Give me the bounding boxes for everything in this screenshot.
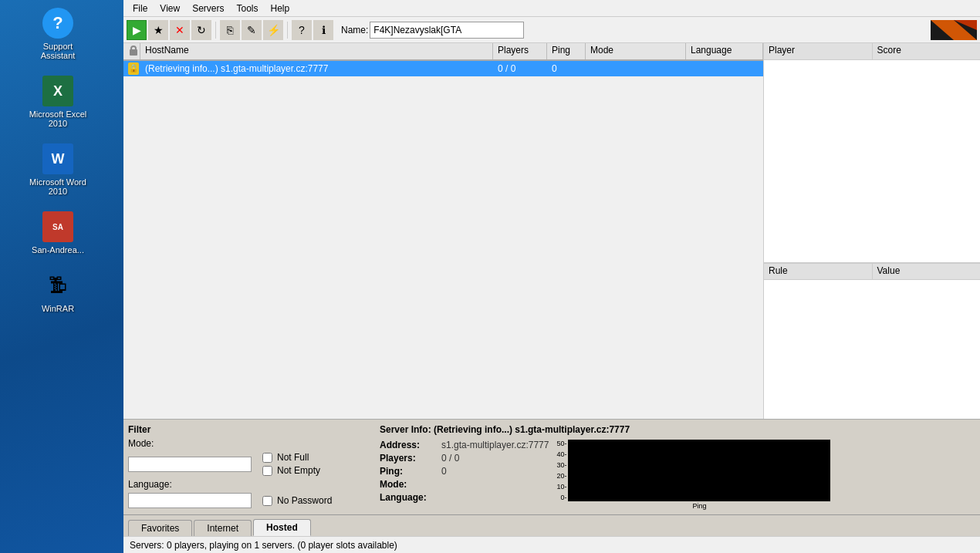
not-full-text: Not Full <box>277 452 309 463</box>
brand-icon <box>931 20 977 40</box>
tab-bar: Favorites Internet Hosted <box>123 514 980 536</box>
no-password-text: No Password <box>277 495 332 506</box>
launch-button[interactable]: ⚡ <box>263 20 283 40</box>
desktop-icon-excel[interactable]: X Microsoft Excel 2010 <box>27 76 89 128</box>
not-empty-checkbox[interactable] <box>262 466 272 476</box>
desktop-icons-area: ? Support Assistant X Microsoft Excel 20… <box>0 0 116 553</box>
support-assistant-icon: ? <box>42 8 73 39</box>
right-panel: Player Score Rule Value <box>764 43 980 419</box>
tab-favorites[interactable]: Favorites <box>128 520 192 536</box>
copy-button[interactable]: ⎘ <box>220 20 240 40</box>
col-header-hostname[interactable]: HostName <box>140 43 493 59</box>
table-row[interactable]: 🔒 (Retrieving info...) s1.gta-multiplaye… <box>123 61 763 77</box>
language-key: Language: <box>380 492 441 503</box>
desktop: ? Support Assistant X Microsoft Excel 20… <box>0 0 980 553</box>
name-input[interactable] <box>370 22 524 39</box>
filter-mode-input[interactable] <box>128 457 252 472</box>
filter-language-row: Language: <box>128 479 367 490</box>
address-row: Address: s1.gta-multiplayer.cz:7777 <box>380 440 549 450</box>
server-list-header: HostName Players Ping Mode Language <box>123 43 763 61</box>
col-header-language[interactable]: Language <box>686 43 763 59</box>
main-window: File View Servers Tools Help ▶ ★ ✕ ↻ ⎘ ✎… <box>123 0 980 553</box>
ping-label-50: 50- <box>556 440 566 447</box>
server-info-details: Address: s1.gta-multiplayer.cz:7777 Play… <box>380 440 975 510</box>
not-full-checkbox[interactable] <box>262 453 272 463</box>
menu-help[interactable]: Help <box>265 2 296 15</box>
ping-label-0: 0- <box>556 494 566 501</box>
ping-label-40: 40- <box>556 450 566 458</box>
winrar-label: WinRAR <box>42 304 74 313</box>
col-header-lock[interactable] <box>123 43 140 59</box>
content-area: HostName Players Ping Mode Language 🔒 (R… <box>123 43 980 419</box>
col-header-ping[interactable]: Ping <box>547 43 586 59</box>
filter-title: Filter <box>128 424 367 435</box>
desktop-icon-winrar[interactable]: 🗜 WinRAR <box>27 270 89 313</box>
menu-view[interactable]: View <box>154 2 186 15</box>
filter-info-row: Filter Mode: Not Full <box>123 420 980 514</box>
ping-label-30: 30- <box>556 461 566 469</box>
not-empty-label[interactable]: Not Empty <box>262 465 320 476</box>
name-label: Name: <box>341 25 368 35</box>
filter-panel: Filter Mode: Not Full <box>128 424 367 510</box>
no-password-checkbox[interactable] <box>262 496 272 506</box>
lock-header-icon <box>128 45 139 56</box>
language-row: Language: <box>380 492 549 503</box>
mode-row: Mode: <box>380 479 549 490</box>
desktop-icon-word[interactable]: W Microsoft Word 2010 <box>27 143 89 196</box>
toolbar: ▶ ★ ✕ ↻ ⎘ ✎ ⚡ ? ℹ Name: <box>123 17 980 43</box>
ping-label-10: 10- <box>556 483 566 491</box>
col-header-mode[interactable]: Mode <box>586 43 686 59</box>
score-col-header[interactable]: Score <box>873 43 981 59</box>
help-button[interactable]: ? <box>292 20 312 40</box>
san-andreas-icon: SA <box>42 211 73 242</box>
cell-players: 0 / 0 <box>493 62 547 76</box>
about-button[interactable]: ℹ <box>313 20 333 40</box>
support-assistant-label: Support Assistant <box>27 42 89 60</box>
status-bar: Servers: 0 players, playing on 1 servers… <box>123 536 980 553</box>
filter-nopass-row: No Password <box>262 495 332 506</box>
delete-button[interactable]: ✕ <box>170 20 190 40</box>
filter-language-label: Language: <box>128 479 182 490</box>
tab-internet[interactable]: Internet <box>194 520 252 536</box>
filter-language-input-row: No Password <box>128 493 367 508</box>
desktop-icon-san-andreas[interactable]: SA San-Andrea... <box>27 211 89 255</box>
no-password-label[interactable]: No Password <box>262 495 332 506</box>
desktop-icon-support-assistant[interactable]: ? Support Assistant <box>27 8 89 60</box>
filter-mode-label: Mode: <box>128 438 182 449</box>
connect-button[interactable]: ▶ <box>127 20 147 40</box>
not-full-label[interactable]: Not Full <box>262 452 320 463</box>
rule-col-header[interactable]: Rule <box>764 264 873 279</box>
san-andreas-label: San-Andrea... <box>32 245 84 255</box>
rules-panel-header: Rule Value <box>764 263 980 280</box>
server-list-panel: HostName Players Ping Mode Language 🔒 (R… <box>123 43 764 419</box>
menu-servers[interactable]: Servers <box>186 2 230 15</box>
ping-label-20: 20- <box>556 472 566 480</box>
filter-language-input[interactable] <box>128 493 252 508</box>
menu-file[interactable]: File <box>127 2 154 15</box>
menu-tools[interactable]: Tools <box>230 2 264 15</box>
tab-hosted[interactable]: Hosted <box>253 519 311 536</box>
toolbar-sep-2 <box>287 22 288 39</box>
value-col-header[interactable]: Value <box>873 264 981 279</box>
bottom-area: Filter Mode: Not Full <box>123 419 980 553</box>
word-label: Microsoft Word 2010 <box>27 177 89 196</box>
player-col-header[interactable]: Player <box>764 43 873 59</box>
cell-mode <box>586 67 686 70</box>
refresh-button[interactable]: ↻ <box>191 20 211 40</box>
cell-ping: 0 <box>547 62 586 76</box>
lock-icon: 🔒 <box>128 62 139 75</box>
favorites-button[interactable]: ★ <box>148 20 168 40</box>
mode-key: Mode: <box>380 479 441 490</box>
cell-hostname: (Retrieving info...) s1.gta-multiplayer.… <box>140 62 493 76</box>
address-key: Address: <box>380 440 441 450</box>
edit-button[interactable]: ✎ <box>242 20 262 40</box>
not-empty-text: Not Empty <box>277 465 320 476</box>
server-info-title: Server Info: (Retrieving info...) s1.gta… <box>380 424 975 435</box>
cell-language <box>686 67 763 70</box>
col-header-players[interactable]: Players <box>493 43 547 59</box>
svg-rect-4 <box>131 46 136 51</box>
excel-icon: X <box>42 76 73 106</box>
ping-graph-canvas <box>568 440 830 501</box>
players-row: Players: 0 / 0 <box>380 453 549 464</box>
cell-lock: 🔒 <box>123 61 140 76</box>
